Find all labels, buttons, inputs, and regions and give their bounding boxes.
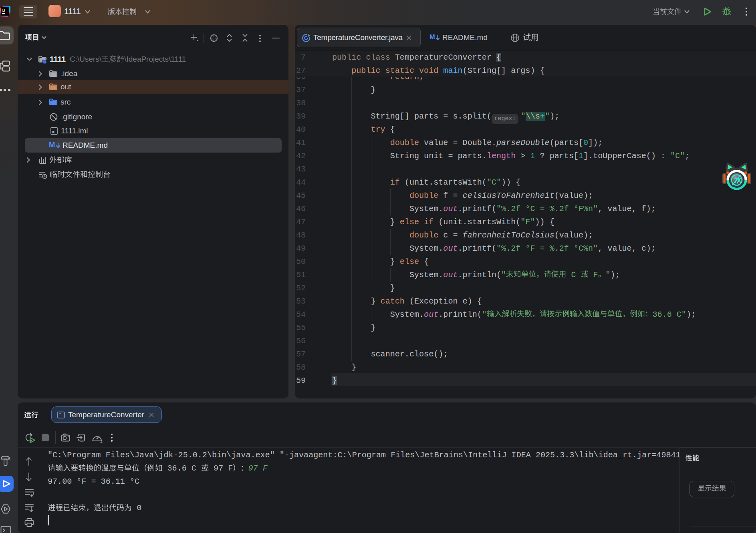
svg-text:IJ: IJ (2, 8, 5, 13)
